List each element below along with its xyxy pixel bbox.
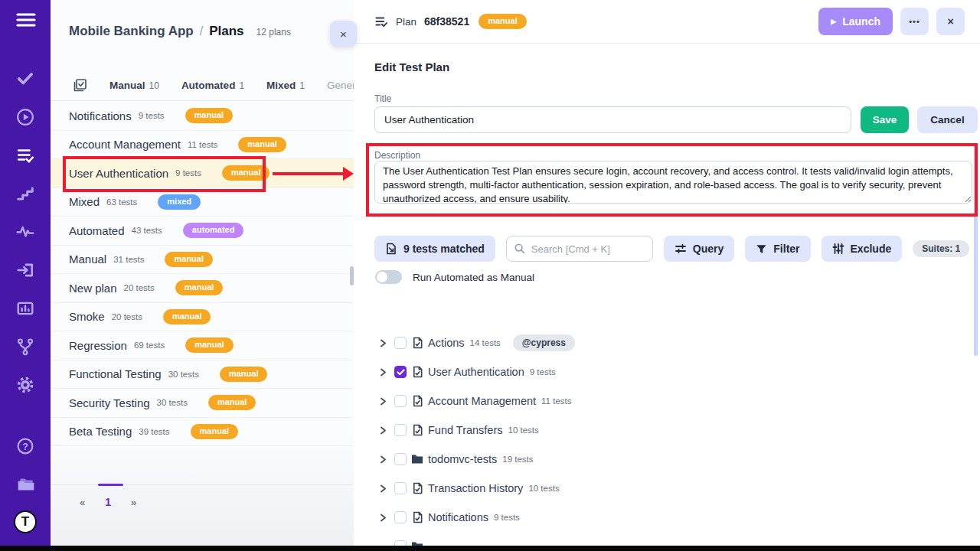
tab-manual[interactable]: Manual 10 xyxy=(109,80,159,91)
settings-gear-icon[interactable] xyxy=(16,376,34,394)
pagination-prev[interactable]: « xyxy=(80,497,85,508)
sidebar: ? T xyxy=(0,0,51,546)
detail-scrollbar[interactable] xyxy=(974,145,978,356)
title-input[interactable] xyxy=(374,106,851,133)
suite-document-icon xyxy=(411,366,423,378)
project-title[interactable]: Mobile Banking App xyxy=(69,24,194,39)
query-sliders-icon xyxy=(675,243,687,255)
plan-name: User Authentication xyxy=(69,167,168,180)
suite-checkbox[interactable] xyxy=(394,540,407,546)
tab-general[interactable]: Gener xyxy=(327,80,354,91)
suite-row-user-authentication[interactable]: User Authentication 9 tests xyxy=(377,357,972,386)
suite-checkbox-checked[interactable] xyxy=(394,366,407,378)
suite-row-partial[interactable] xyxy=(377,532,972,546)
pulse-icon[interactable] xyxy=(16,223,34,241)
plan-row-user-authentication[interactable]: User Authentication 9 tests manual xyxy=(51,159,354,188)
chevron-right-icon[interactable] xyxy=(377,338,387,348)
tests-check-icon[interactable] xyxy=(16,69,34,87)
plan-row-regression[interactable]: Regression 69 tests manual xyxy=(51,331,354,360)
plan-badge: manual xyxy=(185,108,234,123)
plan-test-count: 9 tests xyxy=(139,111,165,120)
suite-checkbox[interactable] xyxy=(394,482,407,494)
plan-row-manual[interactable]: Manual 31 tests manual xyxy=(51,246,354,275)
plan-label: Plan xyxy=(396,16,416,28)
plan-row-beta-testing[interactable]: Beta Testing 39 tests manual xyxy=(51,418,354,447)
plan-list: Notifications 9 tests manual Account Man… xyxy=(51,102,354,446)
suite-row-account-management[interactable]: Account Management 11 tests xyxy=(377,386,972,416)
chevron-right-icon[interactable] xyxy=(377,455,387,465)
suite-row-transaction-history[interactable]: Transaction History 10 tests xyxy=(377,474,972,503)
test-plans-list-icon[interactable] xyxy=(16,146,34,165)
search-input[interactable] xyxy=(506,236,653,262)
chevron-right-icon[interactable] xyxy=(377,513,387,523)
section-title: Plans xyxy=(209,24,243,39)
suite-checkbox[interactable] xyxy=(394,337,407,349)
analytics-icon[interactable] xyxy=(16,299,34,318)
plan-name: Notifications xyxy=(69,109,132,122)
copy-check-icon[interactable] xyxy=(72,78,87,93)
menu-icon[interactable] xyxy=(16,11,34,29)
runs-play-icon[interactable] xyxy=(16,108,34,126)
tab-automated[interactable]: Automated 1 xyxy=(181,80,244,91)
save-button[interactable]: Save xyxy=(861,106,909,133)
import-icon[interactable] xyxy=(16,261,34,279)
suite-checkbox[interactable] xyxy=(394,424,407,436)
plan-test-count: 69 tests xyxy=(134,341,165,350)
query-button[interactable]: Query xyxy=(664,236,734,262)
tab-mixed[interactable]: Mixed 1 xyxy=(266,80,305,91)
plan-row-account-management[interactable]: Account Management 11 tests manual xyxy=(51,131,354,160)
chevron-right-icon[interactable] xyxy=(377,396,387,406)
matched-doc-icon xyxy=(385,243,397,255)
chevron-right-icon[interactable] xyxy=(377,425,387,435)
suite-checkbox[interactable] xyxy=(394,395,407,407)
exclude-button[interactable]: Exclude xyxy=(822,236,903,262)
help-icon[interactable]: ? xyxy=(16,437,34,455)
suite-list: Actions 14 tests @cypress User Authentic… xyxy=(377,328,972,546)
plan-row-security-testing[interactable]: Security Testing 30 tests manual xyxy=(51,389,354,418)
plan-row-functional-testing[interactable]: Functional Testing 30 tests manual xyxy=(51,360,354,390)
pagination-next[interactable]: » xyxy=(131,497,136,508)
plan-row-automated[interactable]: Automated 43 tests automated xyxy=(51,217,354,246)
plan-name: New plan xyxy=(69,282,117,295)
suites-count-badge: Suites: 1 xyxy=(913,240,969,257)
suite-checkbox[interactable] xyxy=(394,453,407,465)
plan-row-smoke[interactable]: Smoke 20 tests manual xyxy=(51,303,354,332)
plan-test-count: 9 tests xyxy=(175,168,201,178)
suite-row-actions[interactable]: Actions 14 tests @cypress xyxy=(377,328,972,357)
branches-icon[interactable] xyxy=(16,337,34,356)
plan-row-notifications[interactable]: Notifications 9 tests manual xyxy=(51,102,354,131)
filter-button[interactable]: Filter xyxy=(745,236,810,262)
pagination-page-1[interactable]: 1 xyxy=(105,496,111,508)
pagination-active-indicator xyxy=(98,484,123,486)
suite-checkbox[interactable] xyxy=(394,511,407,523)
cancel-button[interactable]: Cancel xyxy=(917,106,978,133)
suite-row-notifications[interactable]: Notifications 9 tests xyxy=(377,503,972,532)
more-options-button[interactable]: ••• xyxy=(900,8,929,35)
suite-row-todomvc-tests[interactable]: todomvc-tests 19 tests xyxy=(377,445,972,474)
steps-icon[interactable] xyxy=(16,184,34,203)
run-automated-toggle[interactable] xyxy=(375,270,402,284)
filter-funnel-icon xyxy=(756,243,767,255)
plan-row-new-plan[interactable]: New plan 20 tests manual xyxy=(51,274,354,303)
close-plans-panel-button[interactable]: × xyxy=(330,21,357,47)
app: ? T Mobile Banking App / Plans 12 plans … xyxy=(0,0,980,551)
plans-scrollbar[interactable] xyxy=(350,266,354,285)
testomat-logo[interactable]: T xyxy=(14,510,37,533)
description-label: Description xyxy=(374,150,420,161)
plan-test-count: 20 tests xyxy=(124,283,155,292)
projects-folder-icon[interactable] xyxy=(16,475,34,494)
plan-name: Functional Testing xyxy=(69,367,162,380)
plan-test-count: 30 tests xyxy=(157,398,188,407)
suite-row-fund-transfers[interactable]: Fund Transfers 10 tests xyxy=(377,416,972,445)
tests-matched-button[interactable]: 9 tests matched xyxy=(374,236,495,262)
plan-row-mixed[interactable]: Mixed 63 tests mixed xyxy=(51,188,354,217)
plan-test-count: 43 tests xyxy=(132,226,162,235)
plan-badge: manual xyxy=(185,337,234,353)
plan-list-check-icon xyxy=(374,15,388,28)
chevron-right-icon[interactable] xyxy=(377,367,387,377)
close-plan-button[interactable]: × xyxy=(936,8,965,35)
description-textarea[interactable]: The User Authentication Test Plan ensure… xyxy=(374,161,972,204)
plan-badge: manual xyxy=(165,252,213,267)
chevron-right-icon[interactable] xyxy=(377,484,387,494)
launch-button[interactable]: ▶ Launch xyxy=(818,8,893,35)
